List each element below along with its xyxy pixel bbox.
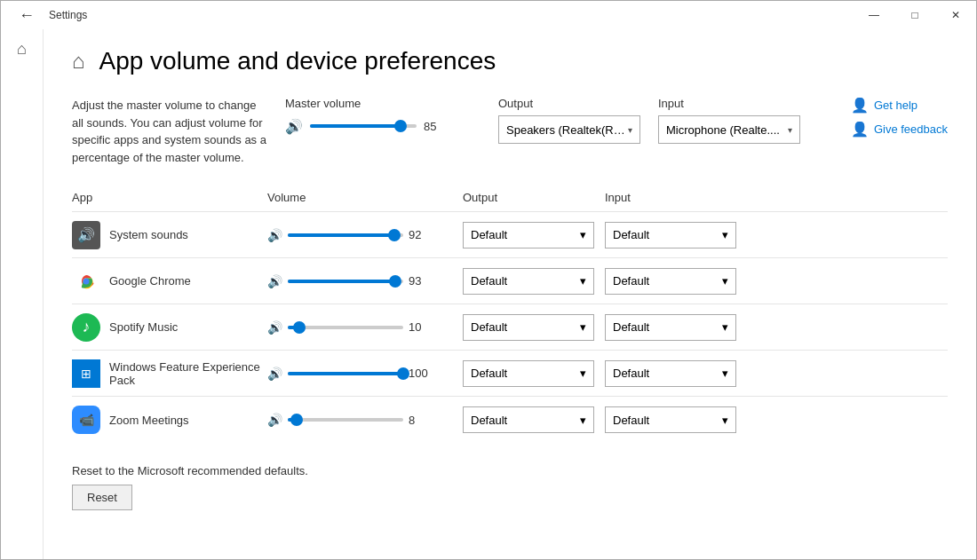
app-input-value: Default	[613, 320, 649, 334]
app-volume-value: 100	[409, 367, 433, 380]
app-volume-value: 10	[409, 320, 433, 334]
app-info: Google Chrome	[72, 267, 267, 296]
app-volume-value: 8	[409, 414, 433, 427]
header-input: Input	[605, 187, 747, 208]
app-icon-system: 🔊	[72, 221, 100, 249]
back-button[interactable]: ←	[12, 3, 42, 28]
slider-thumb[interactable]	[290, 414, 303, 426]
app-output-value: Default	[471, 274, 507, 288]
slider-thumb[interactable]	[389, 275, 401, 288]
input-select[interactable]: Microphone (Realte.... ▾	[658, 115, 800, 144]
app-output-select[interactable]: Default ▾	[463, 314, 594, 341]
output-selected: Speakers (Realtek(R)....	[506, 123, 628, 137]
app-volume-value: 93	[409, 274, 433, 288]
app-output-select[interactable]: Default ▾	[463, 222, 594, 248]
app-input-select[interactable]: Default ▾	[605, 268, 736, 295]
home-icon[interactable]: ⌂	[17, 40, 27, 59]
reset-button[interactable]: Reset	[72, 485, 132, 510]
app-input-value: Default	[613, 228, 649, 241]
input-group: Input Microphone (Realte.... ▾	[658, 97, 800, 144]
app-input-value: Default	[613, 414, 649, 427]
slider-fill	[288, 233, 394, 237]
app-output-arrow: ▾	[580, 228, 586, 241]
content-area: ⌂ ⌂ App volume and device preferences Ad…	[1, 29, 976, 559]
app-input-select[interactable]: Default ▾	[605, 314, 736, 341]
app-volume-slider[interactable]	[288, 272, 403, 290]
output-label: Output	[498, 97, 640, 110]
output-arrow: ▾	[628, 125, 632, 135]
app-input-select[interactable]: Default ▾	[605, 360, 736, 387]
give-feedback-label: Give feedback	[874, 122, 948, 136]
slider-thumb[interactable]	[388, 229, 401, 241]
maximize-button[interactable]: □	[894, 1, 935, 29]
app-output-arrow: ▾	[580, 414, 586, 427]
app-volume: 🔊 8	[267, 411, 463, 429]
slider-track	[288, 372, 403, 375]
slider-thumb[interactable]	[397, 367, 409, 380]
input-arrow: ▾	[788, 125, 792, 135]
app-input-select[interactable]: Default ▾	[605, 222, 736, 248]
app-icon-chrome	[72, 267, 100, 296]
table-row: ♪ Spotify Music 🔊 10 Default ▾ Default	[72, 304, 948, 351]
app-rows: 🔊 System sounds 🔊 92 Default ▾ Default	[72, 212, 948, 443]
slider-thumb[interactable]	[394, 120, 407, 132]
master-volume-slider[interactable]	[310, 117, 417, 135]
apps-table-header: App Volume Output Input	[72, 184, 948, 212]
window-title: Settings	[49, 9, 87, 21]
feedback-icon: 👤	[851, 121, 869, 138]
app-speaker-icon: 🔊	[267, 228, 282, 242]
slider-track	[288, 233, 403, 237]
slider-track	[288, 418, 403, 422]
help-icon: 👤	[851, 97, 869, 114]
app-output-value: Default	[471, 367, 507, 380]
app-output-select[interactable]: Default ▾	[463, 360, 594, 387]
bottom-section: Reset to the Microsoft recommended defau…	[72, 464, 948, 510]
main-content: ⌂ App volume and device preferences Adju…	[44, 29, 976, 559]
table-row: 🔊 System sounds 🔊 92 Default ▾ Default	[72, 212, 948, 258]
slider-fill	[288, 372, 403, 375]
slider-thumb[interactable]	[293, 321, 306, 334]
get-help-label: Get help	[874, 99, 917, 112]
app-volume: 🔊 10	[267, 319, 463, 336]
app-volume: 🔊 100	[267, 365, 463, 383]
speaker-icon: 🔊	[285, 118, 303, 135]
master-volume-label: Master volume	[285, 97, 463, 110]
app-volume: 🔊 93	[267, 272, 463, 290]
minimize-button[interactable]: —	[854, 1, 894, 29]
slider-fill	[310, 124, 401, 128]
input-selected: Microphone (Realte....	[666, 123, 788, 137]
app-input-select[interactable]: Default ▾	[605, 406, 736, 433]
master-volume-value: 85	[424, 120, 449, 133]
app-speaker-icon: 🔊	[267, 413, 282, 427]
app-info: 🔊 System sounds	[72, 221, 267, 249]
table-row: ⊞ Windows Feature Experience Pack 🔊 100 …	[72, 351, 948, 397]
app-volume-slider[interactable]	[288, 226, 403, 244]
app-output-select[interactable]: Default ▾	[463, 406, 594, 433]
app-volume-slider[interactable]	[288, 365, 403, 383]
close-button[interactable]: ✕	[935, 1, 976, 29]
page-description: Adjust the master volume to change all s…	[72, 97, 267, 166]
output-input-section: Output Speakers (Realtek(R).... ▾ Input …	[498, 97, 800, 144]
app-output-value: Default	[471, 228, 507, 241]
master-volume-row: 🔊 85	[285, 117, 463, 135]
app-volume-slider[interactable]	[288, 319, 403, 336]
app-volume-slider[interactable]	[288, 411, 403, 429]
output-select[interactable]: Speakers (Realtek(R).... ▾	[498, 115, 640, 144]
app-name: Windows Feature Experience Pack	[109, 360, 267, 387]
sidebar: ⌂	[1, 29, 44, 559]
app-info: ⊞ Windows Feature Experience Pack	[72, 359, 267, 388]
titlebar-controls: — □ ✕	[854, 1, 976, 29]
app-output-select[interactable]: Default ▾	[463, 268, 594, 295]
app-speaker-icon: 🔊	[267, 320, 282, 335]
app-speaker-icon: 🔊	[267, 367, 282, 381]
apps-table: App Volume Output Input 🔊 System sounds …	[72, 184, 948, 443]
app-input-value: Default	[613, 367, 649, 380]
app-name: System sounds	[109, 228, 188, 241]
give-feedback-link[interactable]: 👤 Give feedback	[851, 121, 948, 138]
app-name: Spotify Music	[109, 320, 178, 334]
get-help-link[interactable]: 👤 Get help	[851, 97, 948, 114]
table-row: Google Chrome 🔊 93 Default ▾ Default ▾	[72, 258, 948, 304]
output-group: Output Speakers (Realtek(R).... ▾	[498, 97, 640, 144]
app-output-value: Default	[471, 320, 507, 334]
page-header: ⌂ App volume and device preferences	[72, 47, 948, 75]
